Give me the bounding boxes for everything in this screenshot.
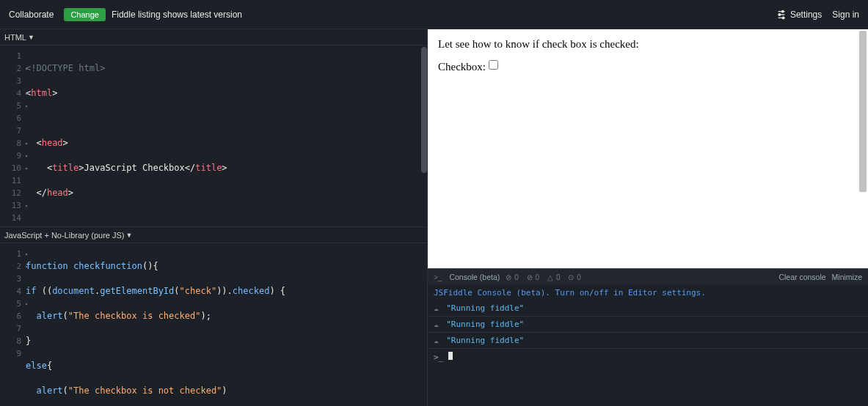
preview-checkbox[interactable] — [489, 60, 498, 70]
console-log-row: ☁ "Running fiddle" — [428, 333, 868, 349]
sliders-icon — [776, 10, 787, 20]
console-body: JSFiddle Console (beta). Turn on/off in … — [428, 285, 868, 406]
js-editor[interactable]: 1 2 3 4 5 6 7 8 9 function checkfunction… — [0, 243, 427, 406]
console-panel: >_ Console (beta) ⊘0 ⊘0 △0 ⊙0 Clear cons… — [428, 268, 868, 406]
preview-text: Let see how to know if check box is chec… — [438, 38, 858, 51]
version-notice: Fiddle listing shows latest version — [112, 10, 242, 20]
chevron-icon: >_ — [434, 273, 442, 281]
scroll-thumb[interactable] — [421, 47, 427, 173]
html-pane-label: HTML — [4, 33, 26, 42]
console-log-row: ☁ "Running fiddle" — [428, 317, 868, 333]
cursor-icon — [448, 352, 453, 360]
settings-label: Settings — [790, 10, 822, 20]
svg-point-3 — [778, 13, 781, 15]
console-header: >_ Console (beta) ⊘0 ⊘0 △0 ⊙0 Clear cons… — [428, 269, 868, 285]
chevron-down-icon: ▼ — [126, 232, 133, 239]
html-gutter: 1 2 3 4 5 6 7 8 9 10 11 12 13 14 15 16 — [0, 45, 26, 226]
console-input[interactable]: >_ — [428, 349, 868, 365]
console-info: JSFiddle Console (beta). Turn on/off in … — [428, 285, 868, 300]
js-pane-header[interactable]: JavaScript + No-Library (pure JS)▼ — [0, 227, 427, 243]
scroll-thumb[interactable] — [859, 31, 867, 192]
chevron-down-icon: ▼ — [28, 34, 34, 41]
clear-console-button[interactable]: Clear console — [778, 273, 825, 281]
settings-button[interactable]: Settings — [776, 10, 822, 20]
js-code[interactable]: function checkfunction(){ if ((document.… — [26, 243, 427, 406]
html-editor[interactable]: 1 2 3 4 5 6 7 8 9 10 11 12 13 14 15 16 — [0, 45, 427, 227]
html-code[interactable]: <!DOCTYPE html> <html> <head> <title>Jav… — [26, 45, 427, 226]
minimize-console-button[interactable]: Minimize — [832, 273, 862, 281]
preview-pane: Let see how to know if check box is chec… — [428, 29, 868, 268]
html-pane-header[interactable]: HTML▼ — [0, 29, 427, 45]
js-pane-label: JavaScript + No-Library (pure JS) — [4, 231, 125, 240]
signin-button[interactable]: Sign in — [832, 10, 859, 20]
preview-checkbox-label: Checkbox: — [438, 61, 489, 73]
preview-scrollbar[interactable] — [858, 29, 868, 268]
console-title: Console (beta) — [449, 273, 500, 281]
console-log-row: ☁ "Running fiddle" — [428, 300, 868, 317]
change-button[interactable]: Change — [64, 8, 106, 21]
svg-point-1 — [781, 10, 784, 12]
cloud-icon: ☁ — [434, 336, 439, 345]
collaborate-button[interactable]: Collaborate — [9, 10, 54, 20]
console-status-icons: ⊘0 ⊘0 △0 ⊙0 — [506, 273, 584, 281]
cloud-icon: ☁ — [434, 303, 439, 313]
svg-point-5 — [782, 17, 784, 19]
topbar: Collaborate Change Fiddle listing shows … — [0, 0, 868, 29]
js-gutter: 1 2 3 4 5 6 7 8 9 — [0, 243, 26, 406]
cloud-icon: ☁ — [434, 320, 439, 329]
html-scrollbar[interactable] — [418, 45, 427, 226]
